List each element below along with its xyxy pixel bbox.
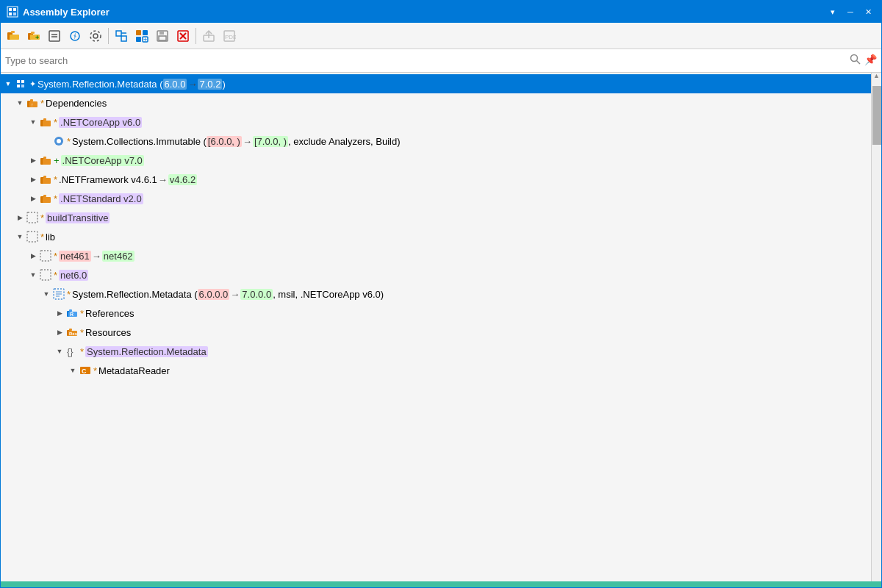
minimize-btn[interactable]: ─ <box>843 4 858 19</box>
search-input[interactable] <box>5 55 850 66</box>
expander-buildtrans[interactable] <box>14 212 26 223</box>
svg-text:Res: Res <box>69 331 78 336</box>
old-version: 6.0.0 <box>163 79 187 90</box>
search-icon[interactable] <box>850 54 861 68</box>
svg-rect-7 <box>10 35 19 40</box>
tree-row[interactable]: Res * Resources <box>1 323 871 342</box>
collections-text: System.Collections.Immutable ([6.0.0, )→… <box>72 136 400 147</box>
tree-row[interactable]: * .NETFramework v4.6.1→v4.6.2 <box>1 170 871 189</box>
export-btn[interactable] <box>199 26 218 46</box>
namespace-icon: {} <box>65 345 79 358</box>
tree-row[interactable]: * .NETStandard v2.0 <box>1 189 871 208</box>
expander-lib[interactable] <box>14 231 26 243</box>
tree-row[interactable]: + .NETCoreApp v7.0 <box>1 151 871 170</box>
expander-deps[interactable] <box>14 97 26 109</box>
netstd-label: .NETStandard v2.0 <box>59 193 143 204</box>
ref-folder3-icon: Res <box>65 326 79 339</box>
net461-text: net461→net462 <box>59 251 135 262</box>
sep2 <box>196 28 196 44</box>
expander-net461[interactable] <box>27 250 39 262</box>
tree-row[interactable]: * buildTransitive <box>1 208 871 227</box>
svg-point-38 <box>851 55 858 62</box>
tree-row[interactable]: * lib <box>1 227 871 246</box>
expander-netstd[interactable] <box>27 193 39 204</box>
title-bar-left: Assembly Explorer <box>7 6 110 18</box>
save-btn[interactable] <box>153 26 172 46</box>
remove-btn[interactable] <box>173 26 193 46</box>
buildtrans-label: buildTransitive <box>46 212 110 223</box>
module-icon <box>52 135 65 148</box>
svg-text:↑: ↑ <box>31 102 34 107</box>
references-text: References <box>85 308 134 319</box>
netcoreapp60-label: .NETCoreApp v6.0 <box>59 117 142 128</box>
svg-text:C: C <box>82 368 87 375</box>
scroll-up-btn[interactable]: ▲ <box>872 73 881 79</box>
svg-text:↑: ↑ <box>74 32 77 40</box>
svg-rect-51 <box>43 121 51 126</box>
net6lib-text: net6.0 <box>59 270 88 281</box>
folder-icon <box>39 115 52 129</box>
net461-label: net461 <box>59 251 91 262</box>
svg-rect-44 <box>21 85 24 87</box>
expander-srmns[interactable] <box>54 345 65 357</box>
plus-sign: + <box>54 155 60 166</box>
expander-net70[interactable] <box>27 154 39 166</box>
expander-resources[interactable] <box>54 326 65 338</box>
pdb-btn[interactable]: PDB <box>220 26 239 46</box>
svg-rect-2 <box>13 8 16 11</box>
new-version: 7.0.2 <box>198 79 222 90</box>
tree-row[interactable]: ↑ * Dependencies <box>1 93 871 112</box>
scrollbar[interactable]: ▲ <box>871 73 881 581</box>
svg-text:+: + <box>35 34 39 41</box>
netfx-new: v4.6.2 <box>168 174 197 185</box>
svg-rect-65 <box>40 251 51 261</box>
navigate-btn[interactable]: ↑ ↑ <box>65 26 85 46</box>
svg-rect-3 <box>9 12 12 15</box>
tree-row[interactable]: * .NETCoreApp v6.0 <box>1 112 871 132</box>
bookmarks-btn[interactable] <box>45 26 64 46</box>
status-bar <box>1 581 881 587</box>
svg-rect-42 <box>21 80 24 83</box>
netstd-text: .NETStandard v2.0 <box>59 193 143 204</box>
tree-row[interactable]: * net6.0 <box>1 265 871 284</box>
tree-row[interactable]: ✦ System.Reflection.Metadata (6.0.0→7.0.… <box>1 74 871 93</box>
add-folder-btn[interactable]: + <box>24 26 43 46</box>
tree-row[interactable]: * net461→net462 <box>1 246 871 265</box>
svg-rect-1 <box>9 8 12 11</box>
svg-rect-63 <box>27 212 37 223</box>
svg-rect-59 <box>43 178 51 184</box>
tree-row[interactable]: * System.Reflection.Metadata (6.0.0.0→7.… <box>1 284 871 304</box>
expander-mdreader[interactable] <box>67 365 79 376</box>
tree-row[interactable]: C * MetadataReader <box>1 361 871 380</box>
tree-row[interactable]: {} * System.Reflection.Metadata <box>1 342 871 361</box>
netcoreapp70-text: .NETCoreApp v7.0 <box>61 155 144 166</box>
sep1 <box>108 28 109 44</box>
expander-netfx[interactable] <box>27 173 39 185</box>
tree-row[interactable]: * System.Collections.Immutable ([6.0.0, … <box>1 132 871 151</box>
open-file-btn[interactable] <box>4 26 23 46</box>
expander-srmfile[interactable] <box>40 288 52 300</box>
svg-rect-58 <box>43 176 46 178</box>
close-btn[interactable]: ✕ <box>861 4 875 19</box>
scrollbar-thumb[interactable] <box>872 86 881 145</box>
expander-root[interactable] <box>2 78 14 90</box>
app-icon <box>7 6 18 18</box>
ref-folder-icon: ↑ <box>26 96 39 110</box>
dropdown-btn[interactable]: ▾ <box>825 4 840 19</box>
col-new: [7.0.0, ) <box>253 136 288 147</box>
pin-icon[interactable]: 📌 <box>864 54 877 68</box>
expander-net60[interactable] <box>27 116 39 128</box>
collapse-btn[interactable] <box>112 26 131 46</box>
folder-icon <box>39 173 52 186</box>
resources-text: Resources <box>85 327 131 338</box>
expand-btn[interactable]: + <box>132 26 151 46</box>
title-bar-controls: ▾ ─ ✕ <box>825 4 875 19</box>
tree-row[interactable]: R * References <box>1 304 871 323</box>
settings-btn[interactable] <box>86 26 105 46</box>
dashed-icon <box>26 211 39 224</box>
mdreader-text: MetadataReader <box>98 365 170 376</box>
expander-refs[interactable] <box>54 307 65 319</box>
expander-net6lib[interactable] <box>27 269 39 281</box>
svg-point-18 <box>93 34 98 38</box>
svg-rect-56 <box>43 159 51 165</box>
